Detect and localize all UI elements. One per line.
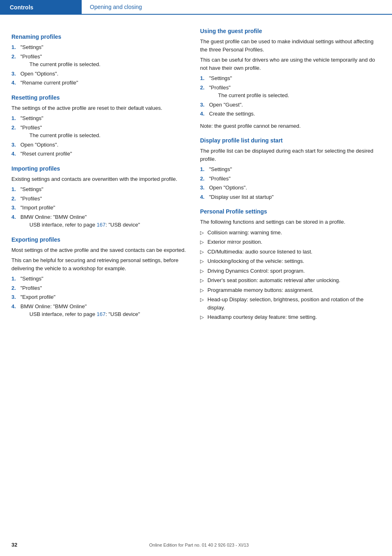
arrow-icon: ▷ bbox=[200, 238, 207, 246]
resetting-step-2: 2. "Profiles" The current profile is sel… bbox=[11, 124, 187, 140]
guest-step-1: 1. "Settings" bbox=[200, 74, 376, 82]
resetting-intro: The settings of the active profile are r… bbox=[11, 104, 187, 112]
arrow-icon: ▷ bbox=[200, 277, 207, 284]
arrow-icon: ▷ bbox=[200, 258, 207, 265]
main-content: Renaming profiles 1. "Settings" 2. "Prof… bbox=[0, 15, 392, 340]
importing-step-1: 1. "Settings" bbox=[11, 185, 187, 193]
bullet-headlamp: ▷ Headlamp courtesy delay feature: time … bbox=[200, 313, 376, 321]
importing-steps-list: 1. "Settings" 2. "Profiles" 3. "Import p… bbox=[11, 185, 187, 229]
exporting-profiles-section: Exporting profiles Most settings of the … bbox=[11, 236, 187, 318]
exporting-step-4: 4. BMW Online: "BMW Online" USB interfac… bbox=[11, 302, 187, 318]
importing-page-link[interactable]: 167 bbox=[97, 222, 106, 228]
resetting-steps-list: 1. "Settings" 2. "Profiles" The current … bbox=[11, 114, 187, 158]
arrow-icon: ▷ bbox=[200, 267, 207, 275]
importing-profiles-title: Importing profiles bbox=[11, 165, 187, 172]
personal-profile-title: Personal Profile settings bbox=[200, 208, 376, 215]
header-controls-label: Controls bbox=[0, 0, 82, 15]
exporting-step-1: 1. "Settings" bbox=[11, 275, 187, 283]
resetting-step-4: 4. "Reset current profile" bbox=[11, 150, 187, 158]
exporting-profiles-title: Exporting profiles bbox=[11, 236, 187, 243]
renaming-profiles-section: Renaming profiles 1. "Settings" 2. "Prof… bbox=[11, 33, 187, 87]
guest-profile-title: Using the guest profile bbox=[200, 28, 376, 34]
display-step-1: 1. "Settings" bbox=[200, 165, 376, 173]
arrow-icon: ▷ bbox=[200, 248, 207, 256]
bullet-seat: ▷ Driver's seat position: automatic retr… bbox=[200, 276, 376, 285]
importing-step-3: 3. "Import profile" bbox=[11, 204, 187, 212]
guest-profile-section: Using the guest profile The guest profil… bbox=[200, 28, 376, 130]
guest-intro2: This can be useful for drivers who are u… bbox=[200, 56, 376, 72]
footer-center-text: Online Edition for Part no. 01 40 2 926 … bbox=[17, 543, 381, 547]
display-step-2: 2. "Profiles" bbox=[200, 175, 376, 183]
page-header: Controls Opening and closing bbox=[0, 0, 392, 15]
renaming-step-4: 4. "Rename current profile" bbox=[11, 79, 187, 87]
arrow-icon: ▷ bbox=[200, 296, 207, 303]
renaming-step-1: 1. "Settings" bbox=[11, 43, 187, 51]
exporting-steps-list: 1. "Settings" 2. "Profiles" 3. "Export p… bbox=[11, 275, 187, 318]
importing-intro: Existing settings and contacts are overw… bbox=[11, 175, 187, 183]
renaming-steps-list: 1. "Settings" 2. "Profiles" The current … bbox=[11, 43, 187, 87]
exporting-intro1: Most settings of the active profile and … bbox=[11, 246, 187, 254]
controls-text: Controls bbox=[10, 4, 33, 11]
display-profile-section: Display profile list during start The pr… bbox=[200, 137, 376, 201]
personal-profile-section: Personal Profile settings The following … bbox=[200, 208, 376, 321]
page-footer: 32 Online Edition for Part no. 01 40 2 9… bbox=[0, 542, 392, 548]
bullet-multimedia: ▷ CD/Multimedia: audio source listened t… bbox=[200, 248, 376, 256]
personal-intro: The following functions and settings can… bbox=[200, 218, 376, 226]
right-column: Using the guest profile The guest profil… bbox=[200, 26, 376, 324]
importing-profiles-section: Importing profiles Existing settings and… bbox=[11, 165, 187, 229]
bullet-memory: ▷ Programmable memory buttons: assignmen… bbox=[200, 286, 376, 294]
guest-steps-list: 1. "Settings" 2. "Profiles" The current … bbox=[200, 74, 376, 118]
guest-step-3: 3. Open "Guest". bbox=[200, 101, 376, 109]
bullet-driving-dynamics: ▷ Driving Dynamics Control: sport progra… bbox=[200, 267, 376, 275]
arrow-icon: ▷ bbox=[200, 287, 207, 294]
display-steps-list: 1. "Settings" 2. "Profiles" 3. Open "Opt… bbox=[200, 165, 376, 201]
bullet-collision: ▷ Collision warning: warning time. bbox=[200, 229, 376, 237]
resetting-profiles-section: Resetting profiles The settings of the a… bbox=[11, 94, 187, 158]
header-chapter-label: Opening and closing bbox=[82, 0, 392, 15]
left-column: Renaming profiles 1. "Settings" 2. "Prof… bbox=[11, 26, 187, 324]
resetting-profiles-title: Resetting profiles bbox=[11, 94, 187, 101]
display-profile-title: Display profile list during start bbox=[200, 137, 376, 144]
guest-step-4: 4. Create the settings. bbox=[200, 110, 376, 118]
guest-intro1: The guest profile can be used to make in… bbox=[200, 38, 376, 53]
arrow-icon: ▷ bbox=[200, 229, 207, 236]
resetting-step-1: 1. "Settings" bbox=[11, 114, 187, 122]
exporting-intro2: This can be helpful for securing and ret… bbox=[11, 256, 187, 272]
display-profile-intro: The profile list can be displayed during… bbox=[200, 147, 376, 163]
renaming-step-2: 2. "Profiles" The current profile is sel… bbox=[11, 53, 187, 69]
bullet-hud: ▷ Head-up Display: selection, brightness… bbox=[200, 296, 376, 311]
page-number: 32 bbox=[11, 542, 17, 548]
display-step-4: 4. "Display user list at startup" bbox=[200, 193, 376, 201]
exporting-step-2: 2. "Profiles" bbox=[11, 284, 187, 292]
bullet-unlocking: ▷ Unlocking/locking of the vehicle: sett… bbox=[200, 257, 376, 265]
display-step-3: 3. Open "Options". bbox=[200, 184, 376, 192]
arrow-icon: ▷ bbox=[200, 314, 207, 321]
exporting-page-link[interactable]: 167 bbox=[97, 311, 106, 317]
importing-step-4: 4. BMW Online: "BMW Online" USB interfac… bbox=[11, 213, 187, 229]
personal-bullets-list: ▷ Collision warning: warning time. ▷ Ext… bbox=[200, 229, 376, 321]
chapter-text: Opening and closing bbox=[90, 4, 142, 10]
renaming-profiles-title: Renaming profiles bbox=[11, 33, 187, 40]
importing-step-2: 2. "Profiles" bbox=[11, 195, 187, 203]
guest-note: Note: the guest profile cannot be rename… bbox=[200, 122, 376, 130]
resetting-step-3: 3. Open "Options". bbox=[11, 141, 187, 149]
bullet-mirror: ▷ Exterior mirror position. bbox=[200, 238, 376, 246]
exporting-step-3: 3. "Export profile" bbox=[11, 293, 187, 301]
guest-step-2: 2. "Profiles" The current profile is sel… bbox=[200, 84, 376, 100]
renaming-step-3: 3. Open "Options". bbox=[11, 70, 187, 78]
